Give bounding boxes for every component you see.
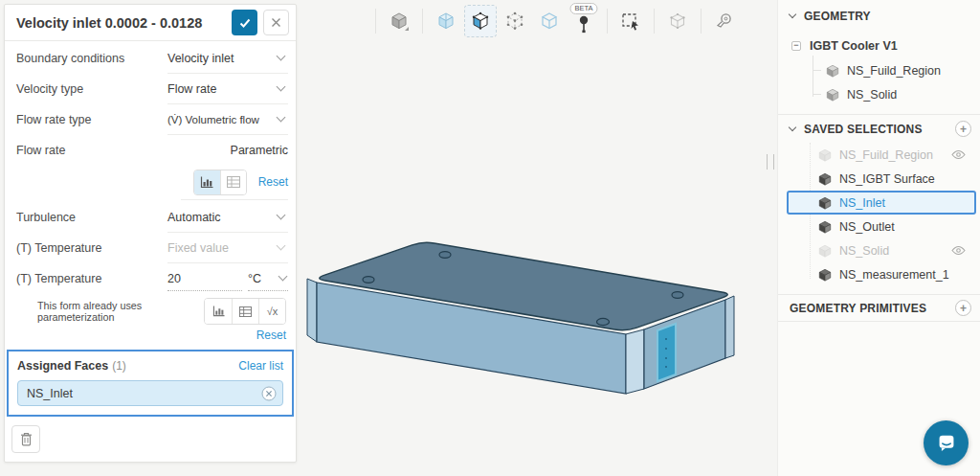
wireframe-mode-button[interactable]: [534, 6, 565, 36]
confirm-button[interactable]: [232, 10, 257, 35]
flow-rate-reset-link[interactable]: Reset: [258, 175, 288, 189]
param-reset-link[interactable]: Reset: [256, 329, 286, 342]
eye-icon[interactable]: [951, 245, 966, 256]
dropdown-value: Flow rate: [167, 82, 216, 96]
saved-selections-label: SAVED SELECTIONS: [804, 123, 923, 136]
transparent-cube-button[interactable]: [431, 6, 461, 36]
render-mode-cube-button[interactable]: [384, 6, 414, 36]
parametric-view-toggle: [193, 170, 247, 195]
select-face-mode-button[interactable]: [465, 6, 496, 36]
saved-item-label: NS_Fuild_Region: [839, 148, 933, 162]
geometry-children: NS_Fuild_Region NS_Solid: [778, 58, 980, 106]
saved-item-label: NS_Outlet: [839, 220, 895, 234]
assigned-faces-header: Assigned Faces (1) Clear list: [17, 359, 283, 373]
velocity-type-dropdown[interactable]: Flow rate: [167, 75, 288, 104]
trash-row: [5, 419, 296, 462]
box-select-button[interactable]: [615, 6, 646, 36]
geometry-root-item[interactable]: − IGBT Cooler V1: [778, 33, 980, 58]
select-face-cube-icon: [470, 11, 491, 32]
field-label: Velocity type: [16, 82, 167, 96]
toolbar-separator: [654, 9, 655, 34]
chevron-down-icon: [789, 11, 796, 18]
isolate-cube-icon: [667, 11, 688, 32]
saved-item-label: NS_IGBT Surface: [839, 172, 935, 186]
tree-item[interactable]: NS_Fuild_Region: [778, 58, 980, 82]
temperature-type-dropdown[interactable]: Fixed value: [167, 234, 288, 263]
unit-value: °C: [248, 272, 261, 285]
isolate-selection-button[interactable]: [662, 6, 693, 36]
bar-chart-icon: [212, 306, 225, 317]
solid-cube-icon: [389, 11, 410, 32]
probe-point-button[interactable]: BETA: [568, 6, 599, 36]
field-row: Boundary conditions Velocity inlet: [16, 43, 288, 74]
check-icon: [238, 16, 252, 30]
table-icon: [227, 176, 240, 188]
add-primitive-button[interactable]: +: [955, 300, 971, 316]
measure-tool-button[interactable]: [709, 6, 740, 36]
add-saved-selection-button[interactable]: +: [955, 121, 971, 137]
tree-item-label: NS_Solid: [847, 88, 897, 102]
delete-button[interactable]: [11, 425, 40, 453]
solid-cube-icon: [826, 64, 839, 78]
chevron-down-icon: [277, 211, 286, 220]
field-label: (T) Temperature: [16, 241, 167, 255]
saved-selection-item[interactable]: NS_Solid: [778, 238, 980, 262]
select-vertex-mode-button[interactable]: [500, 6, 530, 36]
tree-item[interactable]: NS_Solid: [778, 82, 980, 106]
toolbar-separator: [701, 9, 702, 34]
table-param-button[interactable]: [232, 299, 258, 324]
clear-list-link[interactable]: Clear list: [238, 359, 283, 373]
panel-resize-handle[interactable]: [767, 154, 774, 170]
saved-selection-item[interactable]: NS_measurement_1: [778, 262, 980, 286]
saved-selections-header[interactable]: SAVED SELECTIONS +: [778, 114, 980, 143]
temperature-unit-dropdown[interactable]: °C: [248, 266, 288, 291]
flow-rate-mode-value: Parametric: [167, 136, 288, 166]
saved-selection-item[interactable]: NS_Outlet: [778, 215, 980, 238]
formula-param-button[interactable]: √x: [258, 299, 285, 324]
saved-selection-item[interactable]: NS_Fuild_Region: [778, 143, 980, 167]
assigned-faces-title: Assigned Faces: [17, 359, 108, 373]
igbt-cooler-model[interactable]: [307, 242, 734, 394]
assigned-face-chip[interactable]: NS_Inlet: [17, 380, 283, 406]
geometry-section-header[interactable]: GEOMETRY: [778, 0, 980, 33]
chip-label: NS_Inlet: [27, 387, 73, 400]
turbulence-dropdown[interactable]: Automatic: [167, 203, 288, 233]
toolbar-separator: [607, 9, 608, 34]
temperature-input[interactable]: [167, 266, 242, 291]
trash-icon: [20, 432, 33, 446]
saved-item-label: NS_Inlet: [839, 196, 885, 210]
toolbar-separator: [422, 9, 423, 34]
close-button[interactable]: [263, 10, 289, 35]
chat-support-button[interactable]: [924, 420, 969, 465]
saved-selection-item-selected[interactable]: NS_Inlet: [787, 191, 976, 215]
chart-view-button[interactable]: [194, 170, 220, 194]
table-view-button[interactable]: [220, 170, 246, 194]
table-icon: [239, 306, 252, 317]
boundary-conditions-dropdown[interactable]: Velocity inlet: [167, 44, 288, 74]
tree-item-label: NS_Fuild_Region: [847, 64, 941, 78]
solid-cube-icon: [826, 88, 839, 102]
beta-badge: BETA: [569, 3, 597, 14]
field-row: Turbulence Automatic: [16, 202, 288, 233]
field-label: (T) Temperature: [16, 272, 167, 285]
chevron-down-icon: [789, 123, 796, 130]
panel-header: Velocity inlet 0.0002 - 0.0128: [5, 5, 296, 41]
saved-selection-item[interactable]: NS_IGBT Surface: [778, 167, 980, 191]
geometry-primitives-header[interactable]: GEOMETRY PRIMITIVES +: [778, 294, 980, 322]
chevron-down-icon: [277, 82, 286, 92]
flow-rate-type-dropdown[interactable]: (V̇) Volumetric flow: [167, 105, 288, 135]
field-row: Velocity type Flow rate: [16, 74, 288, 104]
measure-tape-icon: [714, 11, 735, 32]
chart-param-button[interactable]: [205, 299, 232, 324]
chevron-down-icon: [278, 272, 288, 282]
assigned-faces-section: Assigned Faces (1) Clear list NS_Inlet: [7, 350, 294, 417]
panel-title: Velocity inlet 0.0002 - 0.0128: [16, 15, 202, 31]
field-label: Turbulence: [16, 211, 167, 224]
collapse-toggle[interactable]: −: [791, 41, 801, 51]
dropdown-value: Automatic: [167, 211, 221, 224]
remove-chip-button[interactable]: [261, 386, 277, 401]
inlet-face-highlight[interactable]: [657, 324, 676, 381]
parameterization-buttons: √x: [204, 298, 286, 325]
eye-icon[interactable]: [951, 149, 966, 160]
hidden-cube-icon: [818, 148, 832, 162]
